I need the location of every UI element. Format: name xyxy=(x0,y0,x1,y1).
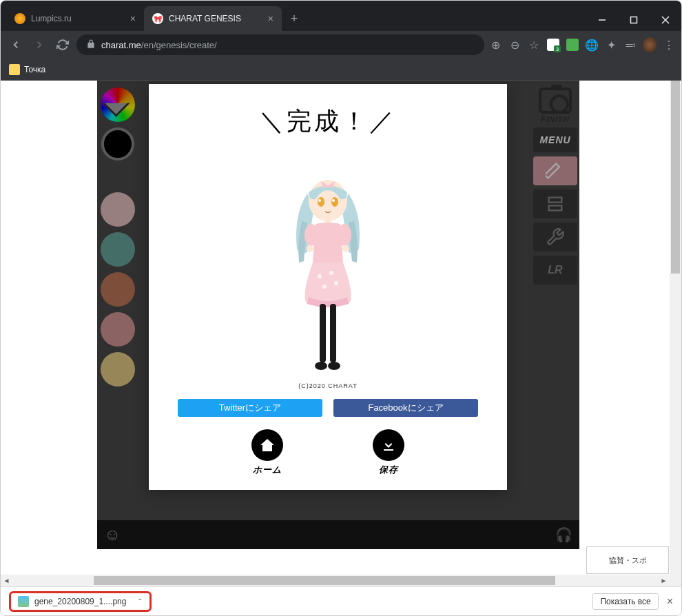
globe-icon[interactable]: 🌐 xyxy=(585,38,599,52)
svg-rect-20 xyxy=(330,304,336,362)
maximize-button[interactable] xyxy=(618,9,650,31)
extension-music[interactable] xyxy=(566,38,579,52)
svg-point-17 xyxy=(322,285,327,289)
svg-point-14 xyxy=(342,245,349,252)
twitter-share-button[interactable]: Twitterにシェア xyxy=(178,399,322,417)
svg-rect-19 xyxy=(320,304,326,362)
zoom-icon[interactable]: ⊖ xyxy=(508,38,521,52)
svg-point-21 xyxy=(315,362,327,370)
folder-icon xyxy=(9,64,20,75)
scroll-left-icon[interactable]: ◄ xyxy=(1,575,12,586)
favicon-lumpics xyxy=(14,13,25,24)
bookmark-tochka[interactable]: Точка xyxy=(9,64,45,75)
sponsor-box[interactable]: 協賛・スポ xyxy=(586,546,669,574)
bookmarks-bar: Точка xyxy=(1,59,681,81)
minimize-button[interactable] xyxy=(586,9,618,31)
copyright-text: (C)2020 CHARAT xyxy=(165,382,490,389)
back-button[interactable] xyxy=(6,35,25,54)
profile-avatar[interactable] xyxy=(643,38,657,52)
facebook-share-button[interactable]: Facebookにシェア xyxy=(333,399,478,417)
browser-tab-lumpics[interactable]: Lumpics.ru × xyxy=(6,6,144,31)
tab-title: Lumpics.ru xyxy=(31,14,72,23)
tab-title: CHARAT GENESIS xyxy=(169,14,241,23)
extensions-icon[interactable]: ✦ xyxy=(604,38,618,52)
page-viewport: FINISH MENU LR ☺ 🎧 ＼完成！／ xyxy=(1,81,681,586)
address-bar: charat.me/en/genesis/create/ ⊕ ⊖ ☆ 🌐 ✦ ≕… xyxy=(1,31,681,59)
download-bar: gene_20200809_1....png ⌃ Показать все × xyxy=(1,586,681,615)
svg-point-8 xyxy=(332,199,335,202)
window-titlebar: Lumpics.ru × 🎀 CHARAT GENESIS × + xyxy=(1,1,681,31)
svg-point-6 xyxy=(331,197,338,207)
reload-button[interactable] xyxy=(53,35,72,54)
svg-point-12 xyxy=(338,224,351,246)
home-button[interactable]: ホーム xyxy=(251,429,283,476)
svg-point-5 xyxy=(318,197,324,207)
svg-rect-1 xyxy=(631,17,637,23)
svg-point-7 xyxy=(318,199,321,202)
svg-point-11 xyxy=(304,224,318,246)
close-window-button[interactable] xyxy=(650,9,681,31)
save-button[interactable]: 保存 xyxy=(373,429,404,476)
forward-button[interactable] xyxy=(30,35,49,54)
zoom-in-icon[interactable]: ⊕ xyxy=(488,38,502,52)
modal-title: ＼完成！／ xyxy=(165,105,490,138)
close-download-bar-button[interactable]: × xyxy=(667,595,673,608)
svg-point-16 xyxy=(329,271,333,275)
svg-point-15 xyxy=(318,274,322,278)
lock-icon xyxy=(86,39,96,51)
home-icon xyxy=(251,429,283,461)
close-tab-icon[interactable]: × xyxy=(268,13,273,24)
svg-point-13 xyxy=(307,245,313,252)
character-preview xyxy=(259,159,397,380)
svg-point-18 xyxy=(334,281,338,285)
download-filename: gene_20200809_1....png xyxy=(34,597,126,606)
extension-badge[interactable] xyxy=(546,38,560,52)
new-tab-button[interactable]: + xyxy=(285,9,304,28)
horizontal-scrollbar[interactable]: ◄ ► xyxy=(1,575,670,586)
show-all-downloads-button[interactable]: Показать все xyxy=(592,593,658,610)
favicon-charat: 🎀 xyxy=(152,13,163,24)
vertical-scrollbar[interactable] xyxy=(670,81,681,586)
download-item[interactable]: gene_20200809_1....png ⌃ xyxy=(9,591,152,612)
chevron-up-icon[interactable]: ⌃ xyxy=(137,597,143,605)
url-text: charat.me/en/genesis/create/ xyxy=(101,40,217,50)
close-tab-icon[interactable]: × xyxy=(130,13,136,24)
menu-icon[interactable]: ⋮ xyxy=(662,38,676,52)
svg-point-22 xyxy=(328,362,340,370)
url-field[interactable]: charat.me/en/genesis/create/ xyxy=(76,34,484,55)
file-icon xyxy=(18,596,29,607)
scroll-right-icon[interactable]: ► xyxy=(658,575,670,586)
completion-modal: ＼完成！／ xyxy=(149,84,507,490)
download-icon xyxy=(373,429,404,461)
star-icon[interactable]: ☆ xyxy=(527,38,541,52)
browser-tab-charat[interactable]: 🎀 CHARAT GENESIS × xyxy=(144,6,282,31)
reading-list-icon[interactable]: ≕ xyxy=(623,38,637,52)
